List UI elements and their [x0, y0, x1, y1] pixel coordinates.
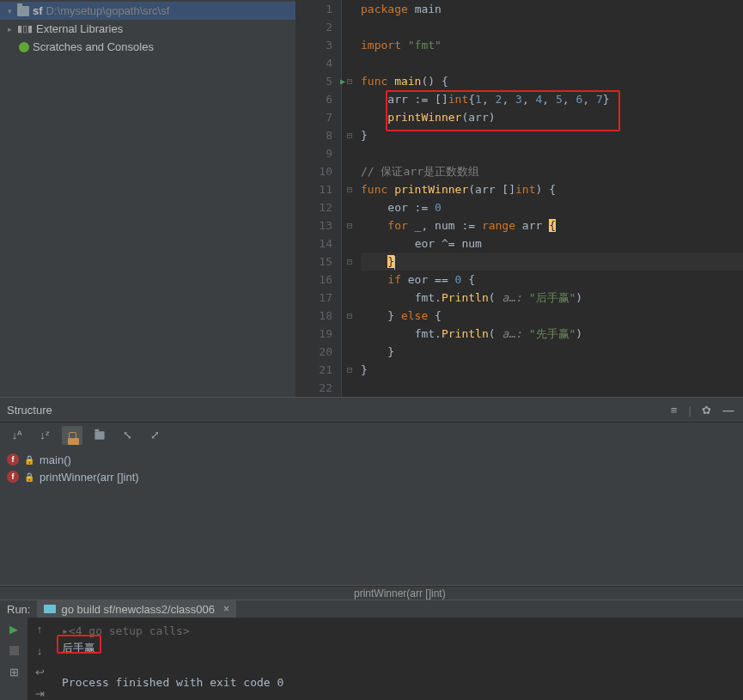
- code-editor[interactable]: 1 2 3 4 5 6 7 8 9 10 11 12 13 14 15 16 1…: [296, 0, 743, 397]
- lock-icon: 🔒: [24, 472, 34, 482]
- lock-icon: 🔒: [24, 455, 34, 465]
- tree-item-label: External Libraries: [36, 22, 123, 35]
- hide-panel-icon[interactable]: [721, 404, 736, 417]
- soft-wrap-icon[interactable]: ↩: [35, 666, 45, 679]
- run-gutter-icon[interactable]: 5: [296, 72, 332, 90]
- rerun-icon[interactable]: ▶: [9, 623, 18, 636]
- function-badge-icon: f: [7, 471, 19, 483]
- structure-item-label: printWinner(arr []int): [40, 471, 139, 484]
- project-tree-panel: ▾ sf D:\mysetup\gopath\src\sf ▸ ▮▯▮ Exte…: [0, 0, 296, 397]
- tree-root-row[interactable]: ▾ sf D:\mysetup\gopath\src\sf: [0, 2, 295, 20]
- go-icon: [44, 605, 56, 613]
- console-line: ▸<4 go setup calls>: [62, 623, 733, 640]
- structure-panel: Structure | ↓ᴬ ↓ᶻ ⤡ ⤢ f 🔒 main() f 🔒 pri…: [0, 397, 743, 586]
- run-tab-label: go build sf/newclass2/class006: [61, 603, 215, 616]
- console-line: [62, 657, 733, 674]
- layout-settings-icon[interactable]: ⊞: [9, 666, 19, 679]
- console-line: Process finished with exit code 0: [62, 674, 733, 691]
- tree-root-path: D:\mysetup\gopath\src\sf: [46, 4, 170, 17]
- expand-toggle[interactable]: ▸: [5, 25, 14, 33]
- function-badge-icon: f: [7, 453, 19, 466]
- structure-item-main[interactable]: f 🔒 main(): [7, 451, 743, 468]
- collapse-icon[interactable]: [667, 404, 682, 417]
- structure-item-printwinner[interactable]: f 🔒 printWinner(arr []int): [7, 468, 743, 485]
- up-icon[interactable]: ↑: [37, 623, 43, 636]
- fold-column[interactable]: ⊟⊟ ⊟⊟⊟ ⊟⊟: [342, 0, 357, 397]
- expand-all-button[interactable]: ⤡: [117, 426, 137, 445]
- down-icon[interactable]: ↓: [37, 644, 43, 657]
- tree-external-libs[interactable]: ▸ ▮▯▮ External Libraries: [0, 20, 295, 38]
- expand-toggle[interactable]: ▾: [5, 7, 14, 15]
- scratches-icon: [19, 42, 29, 52]
- console-output[interactable]: ▸<4 go setup calls> 后手赢 Process finished…: [52, 618, 743, 700]
- run-left-toolbar: ▶ ⊞: [0, 618, 27, 700]
- run-title: Run:: [7, 603, 30, 616]
- show-private-button[interactable]: [62, 426, 82, 445]
- folder-icon: [17, 6, 29, 16]
- close-tab-icon[interactable]: ×: [223, 603, 229, 615]
- show-folders-button[interactable]: [89, 426, 110, 445]
- scroll-to-end-icon[interactable]: ⇥: [35, 687, 45, 700]
- collapse-all-button[interactable]: ⤢: [144, 426, 165, 445]
- stop-icon[interactable]: [9, 646, 19, 655]
- gear-icon[interactable]: [698, 404, 714, 417]
- tree-scratches[interactable]: Scratches and Consoles: [0, 38, 295, 56]
- run-console-toolbar: ↑ ↓ ↩ ⇥: [27, 618, 52, 700]
- run-header: Run: go build sf/newclass2/class006 ×: [0, 600, 743, 618]
- tree-item-label: Scratches and Consoles: [33, 40, 154, 53]
- tree-root-name: sf: [33, 4, 43, 17]
- gutter-line-numbers: 1 2 3 4 5 6 7 8 9 10 11 12 13 14 15 16 1…: [296, 0, 342, 397]
- structure-title: Structure: [7, 404, 52, 417]
- sort-visibility-button[interactable]: ↓ᶻ: [34, 426, 55, 445]
- libraries-icon: ▮▯▮: [17, 23, 33, 34]
- run-tab[interactable]: go build sf/newclass2/class006 ×: [37, 600, 236, 618]
- structure-item-label: main(): [40, 453, 71, 466]
- code-area[interactable]: package main import "fmt" func main() { …: [357, 0, 743, 397]
- structure-toolbar: ↓ᴬ ↓ᶻ ⤡ ⤢: [0, 422, 743, 447]
- console-line: 后手赢: [62, 640, 733, 657]
- breadcrumb[interactable]: printWinner(arr []int): [0, 586, 743, 600]
- sort-alpha-button[interactable]: ↓ᴬ: [7, 426, 27, 445]
